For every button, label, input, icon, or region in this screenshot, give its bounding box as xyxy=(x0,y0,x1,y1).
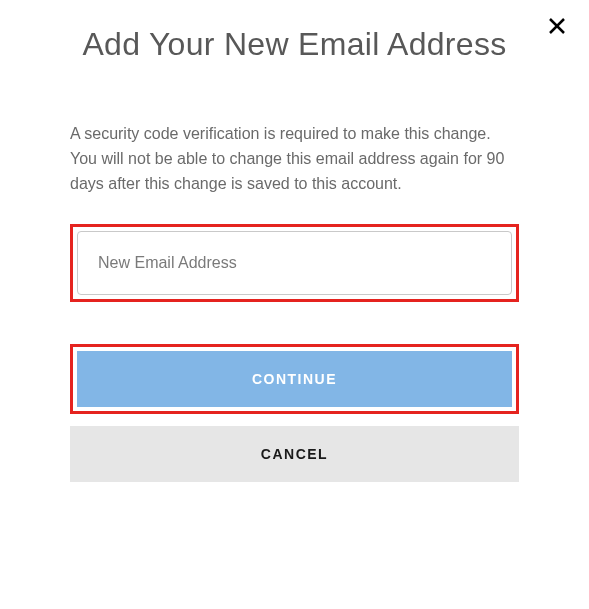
modal-title: Add Your New Email Address xyxy=(70,24,519,64)
new-email-input[interactable] xyxy=(77,231,512,295)
modal-description: A security code verification is required… xyxy=(70,122,519,196)
continue-highlight-box: CONTINUE xyxy=(70,344,519,414)
close-button[interactable] xyxy=(543,12,571,40)
close-icon xyxy=(547,16,567,36)
email-highlight-box xyxy=(70,224,519,302)
continue-button[interactable]: CONTINUE xyxy=(77,351,512,407)
modal-content: Add Your New Email Address A security co… xyxy=(0,0,589,482)
cancel-button[interactable]: CANCEL xyxy=(70,426,519,482)
